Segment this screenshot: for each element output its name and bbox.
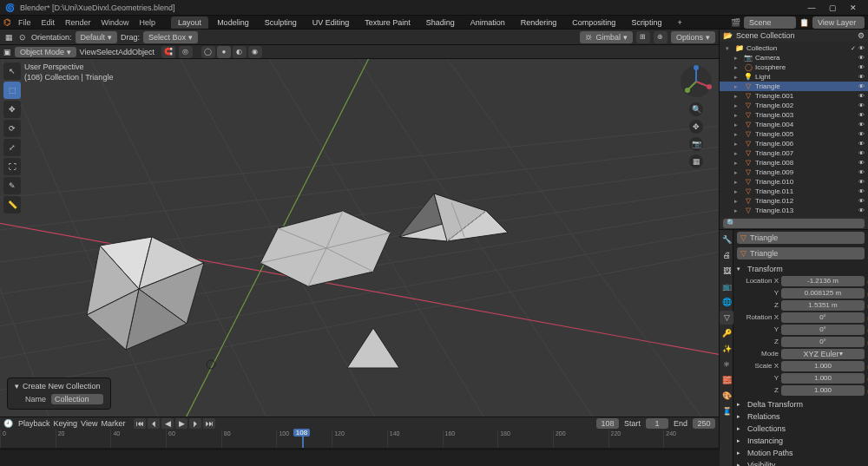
orientation-gizmo[interactable] xyxy=(679,64,713,99)
disclosure-icon[interactable]: ▸ xyxy=(734,131,741,138)
visibility-icon[interactable]: 👁 xyxy=(858,198,865,204)
visibility-icon[interactable]: 👁 xyxy=(858,207,865,213)
snap-toggle[interactable]: 🧲 xyxy=(161,46,175,58)
properties-tab-4[interactable]: 🌐 xyxy=(720,295,733,309)
zoom-button[interactable]: 🔍 xyxy=(689,102,703,116)
location-x-field[interactable]: -1.2136 m🔒 xyxy=(781,276,865,286)
pivot-icon[interactable]: ⊙ xyxy=(17,32,28,43)
visibility-icon[interactable]: 👁 xyxy=(858,74,865,80)
visibility-icon[interactable]: 👁 xyxy=(858,169,865,175)
properties-tab-10[interactable]: 🎨 xyxy=(720,389,733,403)
scene-field[interactable]: Scene xyxy=(744,16,796,29)
properties-tab-3[interactable]: 📺 xyxy=(720,279,733,293)
visibility-icon[interactable]: 👁 xyxy=(858,45,865,52)
workspace-tab-layout[interactable]: Layout xyxy=(171,16,208,29)
workspace-tab-rendering[interactable]: Rendering xyxy=(514,16,564,29)
last-operator-panel[interactable]: ▾Create New Collection Name Collection xyxy=(7,377,111,410)
disclosure-icon[interactable]: ▾ xyxy=(726,45,733,52)
rotation-y-field[interactable]: 0°🔒 xyxy=(781,325,865,335)
workspace-tab-modeling[interactable]: Modeling xyxy=(210,16,256,29)
outliner-item-camera[interactable]: ▸📷Camera👁 xyxy=(720,53,868,62)
vp-menu-object[interactable]: Object xyxy=(132,48,155,56)
maximize-button[interactable]: ▢ xyxy=(823,2,842,14)
properties-tab-9[interactable]: 🧱 xyxy=(720,373,733,387)
section-relations[interactable]: ▸Relations xyxy=(737,410,865,423)
enable-icon[interactable]: ✓ xyxy=(851,45,856,52)
visibility-icon[interactable]: 👁 xyxy=(858,141,865,147)
disclosure-icon[interactable]: ▸ xyxy=(734,198,741,205)
visibility-icon[interactable]: 👁 xyxy=(858,102,865,108)
play-reverse-button[interactable]: ◀ xyxy=(161,418,174,429)
3d-viewport[interactable]: User Perspective (108) Collection | Tria… xyxy=(0,59,719,417)
tool-rotate[interactable]: ⟳ xyxy=(3,120,21,137)
outliner-item-triangle-003[interactable]: ▸▽Triangle.003👁 xyxy=(720,110,868,120)
properties-tab-7[interactable]: ✨ xyxy=(720,342,733,356)
timeline-menu-keying[interactable]: Keying xyxy=(54,419,78,428)
outliner-item-light[interactable]: ▸💡Light👁 xyxy=(720,72,868,82)
visibility-icon[interactable]: 👁 xyxy=(858,93,865,99)
play-button[interactable]: ▶ xyxy=(175,418,187,429)
location-z-field[interactable]: 1.5351 m🔒 xyxy=(781,300,865,311)
shading-solid-button[interactable]: ● xyxy=(217,46,231,58)
disclosure-icon[interactable]: ▸ xyxy=(734,207,741,214)
vp-menu-view[interactable]: View xyxy=(80,48,96,56)
vp-menu-select[interactable]: Select xyxy=(96,48,118,56)
tool-measure[interactable]: 📏 xyxy=(3,196,21,213)
scale-x-field[interactable]: 1.000🔒 xyxy=(781,361,865,371)
name-input[interactable]: Collection xyxy=(51,394,103,404)
disclosure-icon[interactable]: ▸ xyxy=(734,93,741,100)
overlay-toggle[interactable]: ⊞ xyxy=(636,31,650,43)
timeline-editor-icon[interactable]: 🕘 xyxy=(3,419,13,428)
pan-button[interactable]: ✥ xyxy=(689,120,703,134)
properties-tab-2[interactable]: 🖼 xyxy=(720,264,733,278)
timeline-menu-playback[interactable]: Playback xyxy=(18,419,50,428)
menu-help[interactable]: Help xyxy=(135,16,161,29)
workspace-tab-animation[interactable]: Animation xyxy=(464,16,512,29)
section-collections[interactable]: ▸Collections xyxy=(737,423,865,435)
editor-type-icon[interactable]: ▦ xyxy=(3,32,14,43)
outliner-item-triangle-009[interactable]: ▸▽Triangle.009👁 xyxy=(720,167,868,177)
disclosure-icon[interactable]: ▸ xyxy=(734,179,741,186)
disclosure-icon[interactable]: ▸ xyxy=(734,74,741,81)
section-visibility[interactable]: ▸Visibility xyxy=(737,459,865,466)
transform-section-header[interactable]: ▾Transform xyxy=(737,263,865,275)
properties-tab-1[interactable]: 🖨 xyxy=(720,248,733,262)
visibility-icon[interactable]: 👁 xyxy=(858,112,865,118)
rotation-z-field[interactable]: 0°🔒 xyxy=(781,337,865,347)
shading-wire-button[interactable]: ◯ xyxy=(201,46,215,58)
workspace-tab-scripting[interactable]: Scripting xyxy=(624,16,668,29)
menu-window[interactable]: Window xyxy=(96,16,135,29)
outliner-item-triangle-010[interactable]: ▸▽Triangle.010👁 xyxy=(720,177,868,187)
end-frame-field[interactable]: 250 xyxy=(693,418,715,429)
visibility-icon[interactable]: 👁 xyxy=(858,160,865,166)
disclosure-icon[interactable]: ▸ xyxy=(734,112,741,119)
disclosure-icon[interactable]: ▸ xyxy=(734,55,741,62)
mode-dropdown[interactable]: Object Mode ▾ xyxy=(15,47,76,57)
tool-move[interactable]: ✥ xyxy=(3,101,21,118)
menu-edit[interactable]: Edit xyxy=(36,16,61,29)
orientation-dropdown[interactable]: Default ▾ xyxy=(76,31,118,43)
workspace-tab-+[interactable]: + xyxy=(670,16,688,29)
object-name-field[interactable]: ▽ Triangle xyxy=(737,247,865,259)
timeline-track[interactable]: 020406080100120140160180200220240 xyxy=(0,430,719,448)
properties-tab-11[interactable]: 🧵 xyxy=(720,404,733,418)
workspace-tab-sculpting[interactable]: Sculpting xyxy=(258,16,304,29)
outliner-item-triangle-013[interactable]: ▸▽Triangle.013👁 xyxy=(720,206,868,215)
visibility-icon[interactable]: 👁 xyxy=(858,83,865,89)
timeline-menu-marker[interactable]: Marker xyxy=(101,419,125,428)
visibility-icon[interactable]: 👁 xyxy=(858,150,865,156)
outliner-item-collection[interactable]: ▾📁Collection✓👁 xyxy=(720,43,868,53)
disclosure-icon[interactable]: ▸ xyxy=(734,169,741,176)
disclosure-icon[interactable]: ▸ xyxy=(734,121,741,128)
current-frame-field[interactable]: 108 xyxy=(596,418,619,429)
outliner-item-triangle[interactable]: ▸▽Triangle👁 xyxy=(720,82,868,91)
scale-z-field[interactable]: 1.000🔒 xyxy=(781,385,865,396)
close-button[interactable]: ✕ xyxy=(844,2,863,14)
section-delta-transform[interactable]: ▸Delta Transform xyxy=(737,398,865,410)
properties-tab-0[interactable]: 🔧 xyxy=(720,233,733,246)
start-frame-field[interactable]: 1 xyxy=(646,418,668,429)
disclosure-icon[interactable]: ▸ xyxy=(734,83,741,90)
jump-end-button[interactable]: ⏭ xyxy=(203,418,215,429)
workspace-tab-texture-paint[interactable]: Texture Paint xyxy=(358,16,418,29)
workspace-tab-uv-editing[interactable]: UV Editing xyxy=(306,16,357,29)
